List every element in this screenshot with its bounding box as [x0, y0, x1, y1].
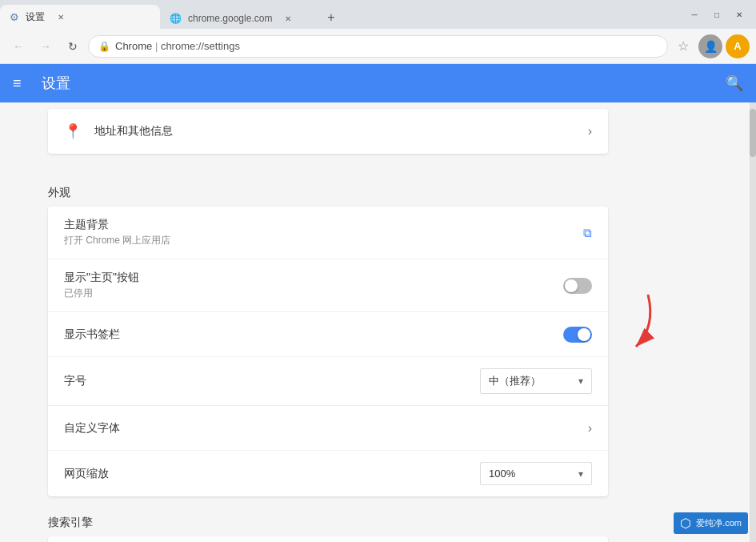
scrollbar-thumb[interactable] — [750, 109, 756, 157]
scrollbar[interactable] — [750, 102, 756, 542]
watermark-text: 爱纯净.com — [696, 517, 742, 529]
address-row[interactable]: 📍 地址和其他信息 › — [48, 109, 608, 154]
address-brand: Chrome | chrome://settings — [115, 40, 658, 52]
new-tab-button[interactable]: + — [320, 6, 342, 29]
custom-font-row[interactable]: 自定义字体 › — [48, 406, 608, 451]
font-size-row: 字号 中（推荐） ▾ — [48, 357, 608, 406]
home-button-row: 显示"主页"按钮 已停用 — [48, 259, 608, 312]
home-button-toggle-knob — [565, 279, 578, 292]
theme-title: 主题背景 — [64, 218, 583, 232]
font-size-dropdown[interactable]: 中（推荐） ▾ — [480, 368, 592, 394]
theme-text: 主题背景 打开 Chrome 网上应用店 — [64, 218, 583, 247]
page-zoom-text: 网页缩放 — [64, 467, 480, 481]
user-icon: 👤 — [704, 40, 718, 53]
bookmarks-bar-title: 显示书签栏 — [64, 327, 563, 342]
appearance-section-header: 外观 — [48, 170, 608, 207]
content-area: 📍 地址和其他信息 › 外观 主题背景 — [0, 102, 750, 542]
tab-google-close[interactable]: ✕ — [282, 12, 294, 25]
window-frame: ⚙ 设置 ✕ 🌐 chrome.google.com ✕ + ─ □ ✕ ← →… — [0, 0, 756, 542]
tab-google[interactable]: 🌐 chrome.google.com ✕ — [160, 8, 320, 29]
page-zoom-dropdown-arrow: ▾ — [578, 468, 583, 480]
page-zoom-dropdown[interactable]: 100% ▾ — [480, 462, 592, 485]
bookmark-button[interactable]: ☆ — [671, 34, 695, 58]
page-zoom-row: 网页缩放 100% ▾ — [48, 451, 608, 496]
address-row-text: 地址和其他信息 — [94, 124, 588, 139]
app-title: 设置 — [42, 74, 716, 93]
address-settings-card: 📍 地址和其他信息 › — [48, 109, 608, 154]
bookmarks-bar-row: 显示书签栏 — [48, 312, 608, 357]
font-size-text: 字号 — [64, 374, 480, 388]
font-size-value: 中（推荐） — [489, 374, 572, 388]
custom-font-text: 自定义字体 — [64, 421, 588, 436]
theme-subtitle: 打开 Chrome 网上应用店 — [64, 234, 583, 247]
menu-icon[interactable]: ≡ — [13, 75, 32, 92]
search-button[interactable]: 🔍 — [726, 74, 743, 92]
custom-font-arrow: › — [588, 421, 592, 436]
maximize-button[interactable]: □ — [706, 6, 727, 22]
bookmarks-bar-text: 显示书签栏 — [64, 327, 563, 342]
address-bar: ← → ↻ 🔒 Chrome | chrome://settings ☆ 👤 A — [0, 29, 756, 64]
appearance-card: 主题背景 打开 Chrome 网上应用店 ⧉ 显示"主页"按钮 已停用 — [48, 207, 608, 496]
address-input[interactable]: 🔒 Chrome | chrome://settings — [88, 35, 668, 58]
address-row-arrow: › — [588, 124, 592, 139]
settings-wrapper: 📍 地址和其他信息 › 外观 主题背景 — [0, 109, 656, 542]
tab-area: ⚙ 设置 ✕ 🌐 chrome.google.com ✕ + — [0, 0, 684, 29]
font-size-title: 字号 — [64, 374, 480, 388]
theme-row[interactable]: 主题背景 打开 Chrome 网上应用店 ⧉ — [48, 207, 608, 259]
page-zoom-value: 100% — [489, 468, 572, 480]
home-button-text: 显示"主页"按钮 已停用 — [64, 271, 563, 300]
location-icon: 📍 — [64, 122, 82, 140]
forward-button[interactable]: → — [34, 34, 58, 58]
bookmarks-bar-toggle[interactable] — [563, 327, 592, 343]
theme-external-link-icon[interactable]: ⧉ — [583, 226, 592, 240]
settings-tab-icon: ⚙ — [10, 11, 19, 23]
home-button-title: 显示"主页"按钮 — [64, 271, 563, 285]
window-controls: ─ □ ✕ — [684, 6, 756, 22]
search-engine-row: 地址栏中使用的搜索引擎 Google — [48, 536, 608, 542]
font-size-dropdown-arrow: ▾ — [578, 375, 583, 387]
user-profile-button[interactable]: 👤 — [698, 34, 722, 58]
home-button-toggle[interactable] — [563, 278, 592, 294]
tab-google-label: chrome.google.com — [188, 13, 272, 24]
bookmarks-bar-toggle-knob — [578, 328, 590, 341]
tab-settings-label: 设置 — [26, 10, 45, 24]
title-bar: ⚙ 设置 ✕ 🌐 chrome.google.com ✕ + ─ □ ✕ — [0, 0, 756, 29]
tab-settings-close[interactable]: ✕ — [54, 10, 67, 23]
close-button[interactable]: ✕ — [729, 6, 750, 22]
address-row-title: 地址和其他信息 — [94, 124, 588, 139]
tab-google-icon: 🌐 — [170, 13, 182, 24]
search-card: 地址栏中使用的搜索引擎 Google — [48, 536, 608, 542]
back-button[interactable]: ← — [6, 34, 30, 58]
tab-settings[interactable]: ⚙ 设置 ✕ — [0, 5, 160, 29]
page-zoom-title: 网页缩放 — [64, 467, 480, 481]
watermark-icon: ⬡ — [680, 516, 691, 531]
account-initial: A — [734, 40, 741, 52]
custom-font-title: 自定义字体 — [64, 421, 588, 436]
account-button[interactable]: A — [726, 34, 750, 58]
lock-icon: 🔒 — [98, 41, 110, 52]
minimize-button[interactable]: ─ — [684, 6, 705, 22]
watermark: ⬡ 爱纯净.com — [674, 512, 748, 534]
home-button-subtitle: 已停用 — [64, 287, 563, 300]
address-card: 📍 地址和其他信息 › — [48, 109, 608, 154]
refresh-button[interactable]: ↻ — [61, 34, 85, 58]
main-content: 📍 地址和其他信息 › 外观 主题背景 — [0, 102, 756, 542]
app-bar: ≡ 设置 🔍 — [0, 64, 756, 102]
search-section-header: 搜索引擎 — [48, 500, 608, 536]
